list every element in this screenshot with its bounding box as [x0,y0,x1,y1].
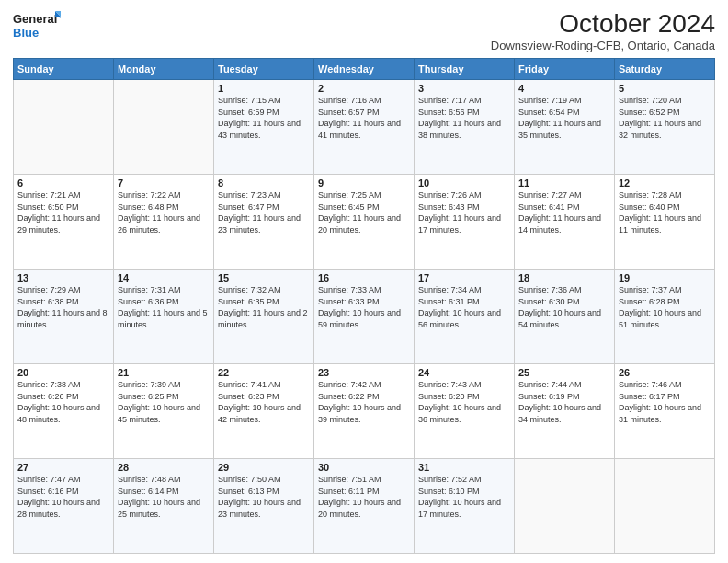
day-number: 7 [118,178,210,189]
day-info: Sunrise: 7:42 AM Sunset: 6:22 PM Dayligh… [318,379,410,425]
day-info: Sunrise: 7:28 AM Sunset: 6:40 PM Dayligh… [619,190,711,236]
day-info: Sunrise: 7:36 AM Sunset: 6:30 PM Dayligh… [518,284,610,330]
day-info: Sunrise: 7:33 AM Sunset: 6:33 PM Dayligh… [318,284,410,330]
day-number: 26 [619,367,711,378]
calendar-cell: 14Sunrise: 7:31 AM Sunset: 6:36 PM Dayli… [114,270,214,364]
calendar-table: SundayMondayTuesdayWednesdayThursdayFrid… [13,58,715,554]
day-number: 21 [118,367,210,378]
calendar-cell: 17Sunrise: 7:34 AM Sunset: 6:31 PM Dayli… [415,270,515,364]
weekday-header-monday: Monday [114,59,214,80]
day-info: Sunrise: 7:50 AM Sunset: 6:13 PM Dayligh… [218,474,310,520]
calendar-cell: 2Sunrise: 7:16 AM Sunset: 6:57 PM Daylig… [314,80,415,175]
weekday-header-sunday: Sunday [14,59,114,80]
week-row-2: 6Sunrise: 7:21 AM Sunset: 6:50 PM Daylig… [14,175,715,270]
day-info: Sunrise: 7:23 AM Sunset: 6:47 PM Dayligh… [218,190,310,236]
logo-svg: General Blue [13,9,61,42]
calendar-cell: 11Sunrise: 7:27 AM Sunset: 6:41 PM Dayli… [515,175,615,270]
day-number: 29 [218,462,310,473]
day-number: 16 [318,272,410,283]
calendar-cell: 1Sunrise: 7:15 AM Sunset: 6:59 PM Daylig… [214,80,314,175]
calendar-cell: 4Sunrise: 7:19 AM Sunset: 6:54 PM Daylig… [515,80,615,175]
day-number: 28 [118,462,210,473]
day-info: Sunrise: 7:52 AM Sunset: 6:10 PM Dayligh… [418,474,510,520]
day-info: Sunrise: 7:27 AM Sunset: 6:41 PM Dayligh… [518,190,610,236]
day-info: Sunrise: 7:25 AM Sunset: 6:45 PM Dayligh… [318,190,410,236]
calendar-cell: 12Sunrise: 7:28 AM Sunset: 6:40 PM Dayli… [615,175,715,270]
day-info: Sunrise: 7:32 AM Sunset: 6:35 PM Dayligh… [218,284,310,330]
day-number: 20 [17,367,109,378]
day-info: Sunrise: 7:38 AM Sunset: 6:26 PM Dayligh… [17,379,109,425]
calendar-cell: 24Sunrise: 7:43 AM Sunset: 6:20 PM Dayli… [415,364,515,459]
subtitle: Downsview-Roding-CFB, Ontario, Canada [491,39,715,52]
day-number: 30 [318,462,410,473]
weekday-header-thursday: Thursday [415,59,515,80]
day-number: 18 [518,272,610,283]
main-title: October 2024 [491,9,715,39]
day-number: 27 [17,462,109,473]
day-number: 24 [418,367,510,378]
weekday-header-saturday: Saturday [615,59,715,80]
day-number: 4 [518,83,610,94]
day-number: 14 [118,272,210,283]
day-info: Sunrise: 7:29 AM Sunset: 6:38 PM Dayligh… [17,284,109,330]
day-info: Sunrise: 7:20 AM Sunset: 6:52 PM Dayligh… [619,95,711,141]
week-row-5: 27Sunrise: 7:47 AM Sunset: 6:16 PM Dayli… [14,459,715,554]
calendar-cell [114,80,214,175]
calendar-cell: 6Sunrise: 7:21 AM Sunset: 6:50 PM Daylig… [14,175,114,270]
calendar-cell: 13Sunrise: 7:29 AM Sunset: 6:38 PM Dayli… [14,270,114,364]
calendar-cell: 7Sunrise: 7:22 AM Sunset: 6:48 PM Daylig… [114,175,214,270]
day-info: Sunrise: 7:48 AM Sunset: 6:14 PM Dayligh… [118,474,210,520]
day-number: 5 [619,83,711,94]
calendar-cell: 16Sunrise: 7:33 AM Sunset: 6:33 PM Dayli… [314,270,415,364]
page: General Blue October 2024 Downsview-Rodi… [0,0,728,563]
day-info: Sunrise: 7:47 AM Sunset: 6:16 PM Dayligh… [17,474,109,520]
calendar-cell: 10Sunrise: 7:26 AM Sunset: 6:43 PM Dayli… [415,175,515,270]
day-info: Sunrise: 7:19 AM Sunset: 6:54 PM Dayligh… [518,95,610,141]
day-number: 6 [17,178,109,189]
day-info: Sunrise: 7:31 AM Sunset: 6:36 PM Dayligh… [118,284,210,330]
calendar-cell: 5Sunrise: 7:20 AM Sunset: 6:52 PM Daylig… [615,80,715,175]
day-number: 15 [218,272,310,283]
day-info: Sunrise: 7:39 AM Sunset: 6:25 PM Dayligh… [118,379,210,425]
day-number: 9 [318,178,410,189]
day-info: Sunrise: 7:15 AM Sunset: 6:59 PM Dayligh… [218,95,310,141]
day-info: Sunrise: 7:46 AM Sunset: 6:17 PM Dayligh… [619,379,711,425]
weekday-header-friday: Friday [515,59,615,80]
day-number: 11 [518,178,610,189]
day-number: 8 [218,178,310,189]
calendar-cell: 20Sunrise: 7:38 AM Sunset: 6:26 PM Dayli… [14,364,114,459]
calendar-cell: 28Sunrise: 7:48 AM Sunset: 6:14 PM Dayli… [114,459,214,554]
day-info: Sunrise: 7:17 AM Sunset: 6:56 PM Dayligh… [418,95,510,141]
calendar-cell [615,459,715,554]
calendar-cell: 26Sunrise: 7:46 AM Sunset: 6:17 PM Dayli… [615,364,715,459]
calendar-cell: 3Sunrise: 7:17 AM Sunset: 6:56 PM Daylig… [415,80,515,175]
day-number: 25 [518,367,610,378]
calendar-cell: 19Sunrise: 7:37 AM Sunset: 6:28 PM Dayli… [615,270,715,364]
week-row-3: 13Sunrise: 7:29 AM Sunset: 6:38 PM Dayli… [14,270,715,364]
day-number: 17 [418,272,510,283]
svg-text:Blue: Blue [13,26,39,40]
week-row-4: 20Sunrise: 7:38 AM Sunset: 6:26 PM Dayli… [14,364,715,459]
calendar-cell [14,80,114,175]
weekday-header-wednesday: Wednesday [314,59,415,80]
day-number: 2 [318,83,410,94]
day-number: 13 [17,272,109,283]
calendar-cell: 30Sunrise: 7:51 AM Sunset: 6:11 PM Dayli… [314,459,415,554]
calendar-cell: 15Sunrise: 7:32 AM Sunset: 6:35 PM Dayli… [214,270,314,364]
calendar-cell: 22Sunrise: 7:41 AM Sunset: 6:23 PM Dayli… [214,364,314,459]
day-number: 3 [418,83,510,94]
day-number: 31 [418,462,510,473]
calendar-cell: 29Sunrise: 7:50 AM Sunset: 6:13 PM Dayli… [214,459,314,554]
calendar-cell: 23Sunrise: 7:42 AM Sunset: 6:22 PM Dayli… [314,364,415,459]
day-info: Sunrise: 7:41 AM Sunset: 6:23 PM Dayligh… [218,379,310,425]
day-info: Sunrise: 7:22 AM Sunset: 6:48 PM Dayligh… [118,190,210,236]
header: General Blue October 2024 Downsview-Rodi… [13,9,715,52]
day-info: Sunrise: 7:43 AM Sunset: 6:20 PM Dayligh… [418,379,510,425]
calendar-cell: 8Sunrise: 7:23 AM Sunset: 6:47 PM Daylig… [214,175,314,270]
calendar-cell [515,459,615,554]
calendar-cell: 9Sunrise: 7:25 AM Sunset: 6:45 PM Daylig… [314,175,415,270]
calendar-cell: 25Sunrise: 7:44 AM Sunset: 6:19 PM Dayli… [515,364,615,459]
title-block: October 2024 Downsview-Roding-CFB, Ontar… [491,9,715,52]
week-row-1: 1Sunrise: 7:15 AM Sunset: 6:59 PM Daylig… [14,80,715,175]
calendar-cell: 21Sunrise: 7:39 AM Sunset: 6:25 PM Dayli… [114,364,214,459]
